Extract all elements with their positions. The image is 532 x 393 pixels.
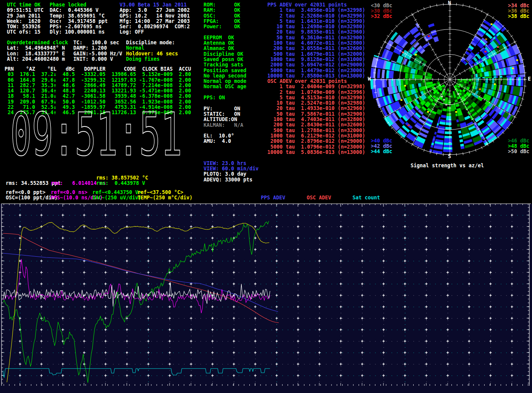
status-line: 29 Jan 2011 [7,13,44,19]
scale-osc: OSC=(100 ppt/div) [6,195,58,201]
status-line: PLOTQ: 3.0 day [204,171,259,177]
adev-row: 2 tau 2.5268e-010 (n=32996) [267,13,365,19]
status-line: Doing fixes [126,57,178,62]
satellite-table: PRN °AZ °EL dBc DOPPLER CODE CLOCK BIAS … [5,66,191,116]
status-line: Normal op mode [204,79,259,84]
adev-row: 10 tau 1.2498e-010 (n=32980) [267,24,365,29]
sat-table-row: 06 164.8 29.6↓ 47.8 -3299.32 12197.83 -1… [5,78,191,83]
scale-dac: DAC~(250 uV/div) [92,195,141,201]
status-line [204,29,259,35]
status-line: V3.00 Beta 15 Jan 2011 [120,2,190,8]
adev-title: PPS ADEV over 42031 points [267,2,365,8]
status-line: Lon: 18.4333777° E [7,51,68,57]
status-line: Overdetermined clock [7,40,68,45]
big-clock-digits: 09:51:51 [10,110,182,163]
sat-table-row: 03 176.1 37.2↓ 48.5 -3332.05 13986.65 5.… [5,72,191,77]
status-line: VIEW: 60.0 min/div [204,166,259,171]
legend-gt38: >38 dBc [508,14,529,19]
adev-row: 1000 tau 6.2129e-012 (n=31000) [267,133,365,139]
status-line: Dly: 100.000001 ns [50,29,108,35]
status-line: ALTITUDE:ON [204,117,259,122]
status-line: EEPROM OK [204,35,259,40]
status-line: PPS↑ -2.607695 ns [50,24,108,29]
status-line [204,128,259,133]
version-block: V3.00 Beta 15 Jan 2011App: 3.0 27 Jun 20… [120,2,190,35]
adev-row: 500 tau 1.2788e-011 (n=32000) [267,128,365,133]
status-line: PPS: ON [204,95,259,100]
status-line [204,150,259,155]
status-line: ROM: OK [204,2,259,8]
health-status-column: ROM: OKRAM: OKOSC: OKFPGA: OKPower: OK E… [204,2,259,183]
adev-row: 10000 tau 7.8580e-013 (n=13000) [267,73,365,79]
adev-row: 500 tau 1.6679e-011 (n=32000) [267,52,365,57]
loop-params-block: TC: 100.0 secDAMP: 1.200GAIN:-5.000 Hz/V… [73,40,122,62]
status-line: TC: 100.0 sec [73,40,122,45]
sat-table-row: 19 209.0 67.9↓ 50.0 -1012.50 3652.56 1.9… [5,99,191,105]
status-line: Almanac OK [204,46,259,51]
legend-gt50: >50 dBc [508,149,529,154]
big-digital-clock: 09:51:51 [10,110,185,163]
status-line: Normal OSC age [204,84,259,89]
status-line: Normal [126,45,178,51]
status-line: Tracking sats [204,62,259,68]
sat-table-row: 11 282.7 35.3↑ 48.6 2866.49 14789.72 7.2… [5,83,191,88]
plot-label-osc-adev: OSC ADEV [307,195,331,201]
adev-row: 200 tau 2.8430e-011 (n=32600) [267,122,365,128]
status-line: STATIC: ON [204,112,259,117]
status-line: Antenna OK [204,40,259,46]
adev-row: 20 tau 1.4933e-010 (n=32960) [267,106,365,111]
compass-E: E [528,76,531,82]
status-line [204,155,259,160]
compass-W: W [368,76,371,82]
status-line: UTC ofs: 15 [7,29,44,35]
status-line: Phase locked [50,2,108,8]
status-line: Discipline mode: [126,40,178,45]
sat-table-row: 14 120.7 36.4↑ 48.8 2240.13 13221.93 -5.… [5,88,191,94]
sat-table-row: 22 71.0 52.5↓ 49.3 -1859.97 4753.31 -4.9… [5,105,191,110]
status-line: Temp: 38.659691 °C [50,13,108,19]
status-line: FPGA: OK [204,19,259,24]
status-line: DAC: 0.445366 V [50,8,108,13]
adev-row: 5 tau 1.6431e-010 (n=32990) [267,19,365,24]
status-line: DAMP: 1.200 [73,45,122,51]
status-line: No leap second [204,73,259,79]
status-line: EL: 10.0° [204,133,259,139]
status-line: Lat: 54.4964948° N [7,45,68,51]
status-line: Holdover: 46 secs [126,51,178,57]
status-line: RAM: OK [204,8,259,13]
status-line: TOW: 553926 [7,24,44,29]
strip-chart-plot-area[interactable] [0,204,532,393]
compass-S: S [448,154,451,159]
status-line: OSC: OK [204,13,259,19]
receiver-mode-block: Overdetermined clockLat: 54.4964948° NLo… [7,40,68,62]
adev-row: 10000 tau 5.0836e-013 (n=13000) [267,150,365,155]
oscillator-status-block: Phase lockedDAC: 0.445366 VTemp: 38.6596… [50,2,108,35]
adev-row: 2000 tau 2.8796e-012 (n=29000) [267,139,365,144]
adev-row: 5000 tau 1.4479e-012 (n=23000) [267,68,365,73]
discipline-mode-block: Discipline mode:NormalHoldover: 46 secsD… [126,40,178,62]
adev-row: 2000 tau 5.6947e-012 (n=29000) [267,62,365,68]
status-line: Alt: 204.46002480 m [7,57,68,62]
status-line [204,144,259,150]
status-line [204,90,259,95]
adev-row: 5000 tau 1.0796e-012 (n=23000) [267,144,365,150]
rms-dac: rms: 0.443978 V [96,181,145,186]
pps-adev-table: PPS ADEV over 42031 points 1 tau 3.4856e… [267,2,365,79]
lady-heather-screen: UTC time OK09:51:51 UTC29 Jan 2011Week: … [0,0,532,393]
status-line: Log: OFF [120,29,190,35]
status-line: INIT: 0.000 V [73,57,122,62]
adev-row: 100 tau 4.6072e-011 (n=32800) [267,40,365,46]
status-line: Position saved [204,68,259,73]
sat-table-row: 18 58.1 21.0↓ 42.7 -3061.58 3939.48 -6.3… [5,94,191,99]
status-line: Mfg: 14:00 27 Mar 2003 [120,19,190,24]
status-line: ADEVQ: 33000 pts [204,177,259,183]
utc-time-block: UTC time OK09:51:51 UTC29 Jan 2011Week: … [7,2,44,35]
adev-row: 1000 tau 9.8128e-012 (n=31000) [267,57,365,62]
status-line: Discipline OK [204,52,259,57]
adev-title: OSC ADEV over 42031 points [267,79,365,84]
status-line: GPS: 10.2 14 Nov 2001 [120,13,190,19]
adev-row: 1 tau 3.4856e-010 (n=32998) [267,8,365,13]
scale-temp: TEMP~(250 m°C/div) [137,195,192,201]
adev-row: 1 tau 2.0404e-009 (n=32998) [267,84,365,89]
legend-gt44: >44 dBc [371,149,392,154]
